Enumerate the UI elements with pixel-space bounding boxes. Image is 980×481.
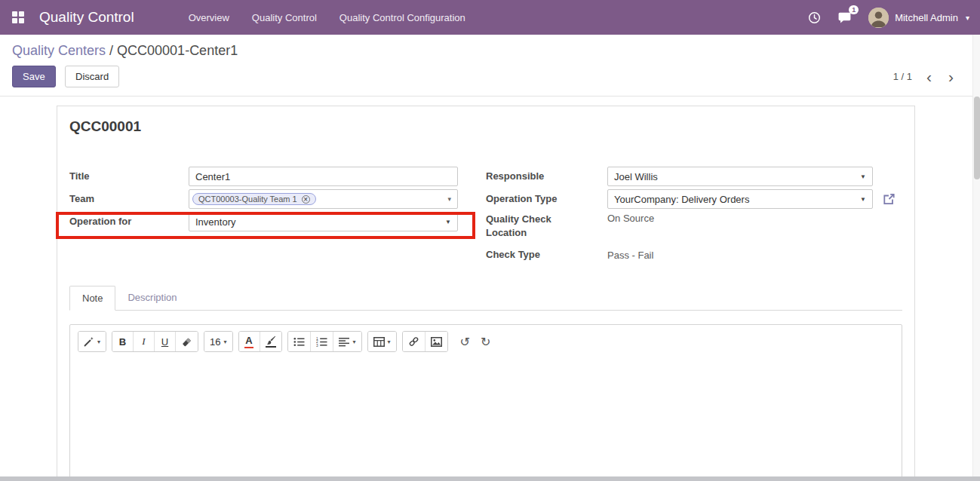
save-button[interactable]: Save	[12, 66, 56, 87]
window-bottom-edge	[0, 476, 980, 481]
external-link-icon[interactable]	[882, 192, 896, 206]
messages-menu-button[interactable]: 1	[837, 11, 852, 24]
select-caret-icon: ▼	[860, 173, 866, 180]
undo-button[interactable]: ↺	[455, 332, 475, 351]
apps-menu-button[interactable]	[5, 4, 32, 31]
breadcrumb-current: QCC00001-Center1	[117, 43, 238, 58]
numbered-list-icon: 123	[316, 337, 327, 347]
vertical-scrollbar[interactable]	[972, 35, 980, 481]
underline-button[interactable]: U	[155, 332, 176, 351]
bullet-list-icon	[293, 337, 305, 347]
top-menu: Overview Quality Control Quality Control…	[189, 12, 465, 23]
paragraph-group: 123 ▾	[287, 331, 362, 352]
paint-brush-icon	[266, 335, 276, 348]
insert-image-button[interactable]	[425, 332, 447, 351]
paragraph-align-button[interactable]: ▾	[333, 332, 361, 351]
editor-toolbar: ▾ B I U	[70, 325, 902, 358]
responsible-value: Joel Willis	[614, 171, 658, 182]
top-navbar: Quality Control Overview Quality Control…	[0, 0, 980, 35]
breadcrumb-parent-link[interactable]: Quality Centers	[12, 43, 106, 58]
link-icon	[408, 336, 419, 347]
record-name: QCC00001	[69, 118, 902, 135]
discard-button[interactable]: Discard	[65, 66, 119, 87]
screen: Quality Control Overview Quality Control…	[0, 0, 980, 481]
font-size-button[interactable]: 16 ▾	[204, 332, 232, 351]
insert-link-button[interactable]	[403, 332, 425, 351]
unordered-list-button[interactable]	[288, 332, 311, 351]
form-view: QCC00001 Title Team	[0, 97, 972, 481]
operation-type-select[interactable]: YourCompany: Delivery Orders ▼	[607, 189, 873, 209]
remove-tag-icon[interactable]: ×	[302, 195, 310, 204]
menu-quality-control[interactable]: Quality Control	[252, 12, 317, 23]
field-label-check-type: Check Type	[486, 248, 607, 262]
tab-note[interactable]: Note	[69, 286, 115, 311]
image-icon	[431, 337, 442, 347]
field-label-team: Team	[69, 192, 189, 206]
control-panel: Quality Centers / QCC00001-Center1 Save …	[0, 35, 980, 97]
redo-button[interactable]: ↻	[475, 332, 496, 351]
pager-next-button[interactable]: ›	[946, 69, 956, 84]
history-group: ↺ ↻	[455, 332, 496, 351]
menu-quality-control-configuration[interactable]: Quality Control Configuration	[339, 12, 465, 23]
clock-icon	[808, 11, 821, 24]
table-group: ▾	[367, 331, 397, 352]
table-button[interactable]: ▾	[368, 332, 396, 351]
menu-overview[interactable]: Overview	[189, 12, 229, 23]
field-row-operation-type: Operation Type YourCompany: Delivery Ord…	[486, 188, 902, 210]
field-column-right: Responsible Joel Willis ▼ Operation Type	[486, 165, 902, 266]
dropdown-caret-icon[interactable]: ▾	[447, 195, 451, 203]
check-type-value: Pass - Fail	[607, 250, 653, 261]
style-group: ▾	[78, 331, 106, 352]
caret-down-icon: ▾	[388, 339, 391, 345]
magic-wand-icon	[84, 336, 94, 347]
font-size-value: 16	[210, 336, 220, 348]
caret-down-icon: ▾	[223, 339, 226, 345]
field-label-responsible: Responsible	[486, 170, 607, 183]
pager: 1 / 1 ‹ ›	[893, 69, 968, 84]
table-icon	[373, 337, 385, 347]
select-caret-icon: ▼	[445, 219, 451, 225]
bold-icon: B	[119, 336, 126, 348]
operation-for-value: Inventory	[195, 216, 235, 228]
form-sheet: QCC00001 Title Team	[57, 106, 915, 481]
style-dropdown-button[interactable]: ▾	[78, 332, 106, 351]
font-style-group: B I U	[112, 331, 198, 352]
svg-text:3: 3	[316, 343, 318, 346]
title-input[interactable]	[189, 167, 458, 186]
field-column-left: Title Team QCT00003-Quality Team 1 ×	[69, 165, 486, 266]
field-row-title: Title	[69, 165, 486, 188]
form-buttons: Save Discard	[12, 66, 119, 87]
insert-group	[402, 331, 448, 352]
pager-previous-button[interactable]: ‹	[924, 69, 934, 84]
user-menu[interactable]: Mitchell Admin ▾	[868, 8, 969, 28]
notebook: Note Description ▾	[69, 286, 902, 481]
bold-button[interactable]: B	[112, 332, 134, 351]
ordered-list-button[interactable]: 123	[311, 332, 333, 351]
breadcrumb-separator: /	[106, 43, 117, 58]
responsible-select[interactable]: Joel Willis ▼	[607, 167, 873, 186]
select-caret-icon: ▼	[860, 196, 866, 203]
team-field[interactable]: QCT00003-Quality Team 1 × ▾	[189, 189, 458, 209]
align-left-icon	[339, 337, 350, 347]
note-editor-content[interactable]	[70, 358, 902, 481]
eraser-button[interactable]	[176, 332, 198, 351]
tab-bar: Note Description	[69, 286, 902, 311]
field-label-operation-type: Operation Type	[486, 192, 607, 206]
field-label-operation-for: Operation for	[69, 215, 189, 228]
activities-clock-icon[interactable]	[808, 11, 821, 24]
color-group: A	[238, 331, 282, 352]
highlight-color-button[interactable]	[260, 332, 281, 351]
italic-icon: I	[142, 335, 145, 348]
team-tag: QCT00003-Quality Team 1 ×	[192, 193, 316, 205]
person-icon	[868, 8, 889, 28]
navbar-right: 1 Mitchell Admin ▾	[808, 8, 969, 28]
operation-for-select[interactable]: Inventory ▼	[189, 212, 458, 231]
tab-description[interactable]: Description	[115, 286, 189, 310]
font-color-button[interactable]: A	[239, 332, 260, 351]
field-label-quality-check-location: Quality Check Location	[486, 213, 607, 239]
field-row-quality-check-location: Quality Check Location On Source	[486, 210, 902, 244]
breadcrumb: Quality Centers / QCC00001-Center1	[12, 43, 968, 59]
scrollbar-thumb[interactable]	[974, 97, 980, 179]
italic-button[interactable]: I	[134, 332, 155, 351]
app-title[interactable]: Quality Control	[39, 9, 134, 26]
